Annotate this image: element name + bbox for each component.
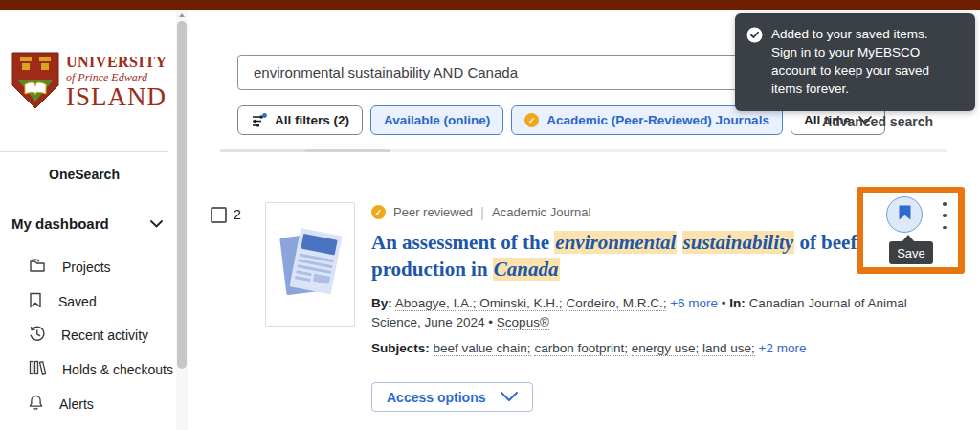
subject-link[interactable]: beef value chain; <box>434 341 531 356</box>
document-placeholder-icon <box>274 218 346 310</box>
sidebar: UNIVERSITY of Prince Edward ISLAND OneSe… <box>0 10 175 430</box>
scrollbar-up-arrow[interactable] <box>179 13 185 17</box>
my-dashboard-label: My dashboard <box>11 215 109 232</box>
result-checkbox[interactable] <box>211 207 227 223</box>
save-button[interactable] <box>886 196 923 233</box>
scopus-link[interactable]: Scopus® <box>497 315 549 330</box>
bell-icon <box>29 395 43 414</box>
author-link[interactable]: Cordeiro, M.R.C.; <box>566 296 666 311</box>
author-link[interactable]: Aboagye, I.A.; <box>395 296 477 311</box>
more-options-button[interactable] <box>939 202 950 229</box>
publication-type-label: Academic Journal <box>492 205 590 219</box>
onesearch-title: OneSearch <box>0 167 168 182</box>
sidebar-item-label: Alerts <box>59 396 94 412</box>
sidebar-item-saved[interactable]: Saved <box>29 292 97 311</box>
result-subjects: Subjects: beef value chain; carbon footp… <box>371 341 946 355</box>
page: UNIVERSITY of Prince Edward ISLAND OneSe… <box>0 0 980 430</box>
sidebar-item-label: Holds & checkouts <box>62 362 173 377</box>
access-options-button[interactable]: Access options <box>371 382 533 412</box>
bookmark-icon <box>29 292 42 311</box>
more-authors-link[interactable]: +6 more <box>670 296 718 310</box>
upei-logo-text: UNIVERSITY of Prince Edward ISLAND <box>66 55 167 110</box>
subject-link[interactable]: carbon footprint; <box>534 341 628 356</box>
divider <box>0 192 168 192</box>
result-index: 2 <box>234 207 241 222</box>
author-link[interactable]: Ominski, K.H.; <box>479 296 562 311</box>
all-filters-button[interactable]: All filters (2) <box>237 105 363 135</box>
save-tooltip: Save <box>889 241 933 264</box>
check-circle-icon <box>746 27 763 99</box>
library-icon <box>29 360 46 378</box>
sidebar-item-recent-activity[interactable]: Recent activity <box>29 326 148 345</box>
tooltip-arrow <box>902 235 915 242</box>
my-dashboard-toggle[interactable]: My dashboard <box>11 215 163 232</box>
result-byline: By: Aboagye, I.A.; Ominski, K.H.; Cordei… <box>371 294 946 333</box>
available-online-label: Available (online) <box>384 113 490 127</box>
chevron-down-icon <box>501 390 518 405</box>
result-thumbnail[interactable] <box>265 202 355 327</box>
scrollbar-thumb[interactable] <box>177 21 187 369</box>
upei-shield-icon <box>11 52 59 113</box>
sidebar-item-alerts[interactable]: Alerts <box>29 395 94 414</box>
sidebar-item-label: Saved <box>58 294 97 309</box>
divider <box>0 151 168 152</box>
sidebar-item-projects[interactable]: Projects <box>29 258 111 276</box>
bookmark-filled-icon <box>899 205 911 224</box>
advanced-search-link[interactable]: Advanced search <box>822 114 933 129</box>
available-online-filter[interactable]: Available (online) <box>370 105 503 135</box>
upei-logo[interactable]: UNIVERSITY of Prince Edward ISLAND <box>11 52 167 113</box>
sidebar-item-label: Recent activity <box>61 328 148 343</box>
sidebar-scrollbar[interactable] <box>176 10 188 430</box>
history-icon <box>29 326 45 345</box>
folder-icon <box>29 258 46 276</box>
subject-link[interactable]: land use; <box>702 341 755 356</box>
sidebar-item-label: Projects <box>62 260 111 275</box>
subject-link[interactable]: energy use; <box>632 341 700 356</box>
sidebar-item-holds-checkouts[interactable]: Holds & checkouts <box>29 360 173 378</box>
peer-review-badge-icon: ✓ <box>371 205 386 219</box>
horizontal-scrollbar-thumb[interactable] <box>304 149 390 152</box>
all-filters-label: All filters (2) <box>275 113 349 127</box>
peer-review-badge-icon: ✓ <box>524 113 539 127</box>
academic-journals-label: Academic (Peer-Reviewed) Journals <box>546 113 769 127</box>
toast-message: Added to your saved items. Sign in to yo… <box>771 26 962 99</box>
more-subjects-link[interactable]: +2 more <box>759 341 807 355</box>
result-title-link[interactable]: An assessment of the environmental susta… <box>371 230 869 283</box>
chevron-down-icon <box>150 215 163 232</box>
saved-toast: Added to your saved items. Sign in to yo… <box>735 13 975 111</box>
peer-reviewed-label: Peer reviewed <box>393 205 473 219</box>
filter-sliders-icon <box>251 113 267 128</box>
access-options-label: Access options <box>387 390 485 405</box>
horizontal-scrollbar[interactable] <box>220 149 947 152</box>
top-accent-bar <box>0 0 980 10</box>
